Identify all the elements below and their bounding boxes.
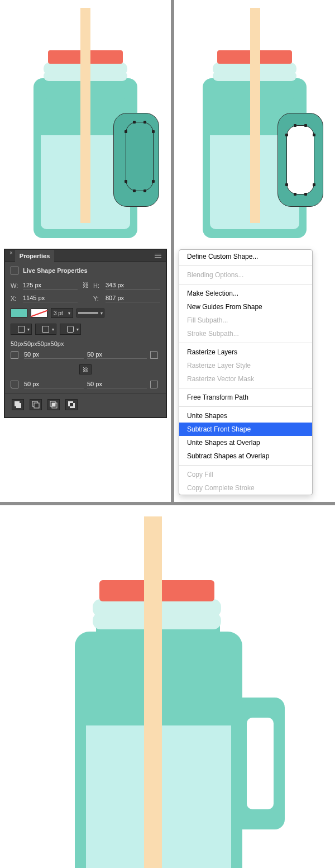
panel-tabbar: × Properties <box>5 250 166 262</box>
menu-item[interactable]: Free Transform Path <box>179 391 312 404</box>
menu-item: Fill Subpath... <box>179 314 312 327</box>
y-input[interactable] <box>106 294 160 302</box>
corner-bl-icon <box>11 381 18 388</box>
corner-tr-icon <box>150 351 158 359</box>
anchor-point[interactable] <box>125 130 127 133</box>
context-menu: Define Custom Shape...Blending Options..… <box>179 249 313 495</box>
x-label: X: <box>11 295 20 302</box>
straw <box>144 516 162 868</box>
anchor-point[interactable] <box>143 121 146 124</box>
stroke-corners-dropdown[interactable]: ▾ <box>60 324 81 335</box>
menu-item: Rasterize Vector Mask <box>179 372 312 386</box>
corner-tl-icon <box>11 351 18 359</box>
jar-illustration-right <box>179 7 331 241</box>
anchor-point[interactable] <box>304 193 307 196</box>
menu-item[interactable]: Define Custom Shape... <box>179 250 312 263</box>
menu-item[interactable]: New Guides From Shape <box>179 300 312 314</box>
menu-item[interactable]: Rasterize Layers <box>179 345 312 359</box>
anchor-point[interactable] <box>294 193 296 196</box>
menu-item[interactable]: Subtract Shapes at Overlap <box>179 449 312 463</box>
fill-swatch[interactable] <box>11 309 27 317</box>
jar-illustration-result: UiBQ.CoM <box>0 505 335 868</box>
height-label: H: <box>93 282 102 289</box>
pathop-exclude-button[interactable] <box>65 399 78 410</box>
pathop-subtract-button[interactable] <box>30 399 42 410</box>
corner-tr-input[interactable] <box>87 350 147 359</box>
anchor-point[interactable] <box>152 180 155 183</box>
spacer <box>81 295 90 302</box>
menu-item: Copy Complete Stroke <box>179 481 312 495</box>
svg-rect-1 <box>16 403 21 408</box>
y-label: Y: <box>93 295 102 302</box>
anchor-point[interactable] <box>133 121 136 124</box>
chevron-down-icon: ▾ <box>68 311 70 316</box>
stroke-swatch[interactable] <box>31 309 47 317</box>
height-input[interactable] <box>106 281 160 290</box>
corner-br-input[interactable] <box>87 380 147 388</box>
anchor-point[interactable] <box>133 189 136 192</box>
menu-item: Rasterize Layer Style <box>179 359 312 372</box>
corner-br-icon <box>150 381 158 388</box>
anchor-point[interactable] <box>294 124 296 127</box>
menu-separator <box>179 265 312 266</box>
svg-rect-6 <box>52 403 55 406</box>
menu-item[interactable]: Unite Shapes at Overlap <box>179 436 312 449</box>
close-icon[interactable]: × <box>7 250 15 256</box>
anchor-point[interactable] <box>313 183 315 186</box>
menu-separator <box>179 406 312 407</box>
stroke-weight-dropdown[interactable]: 3 pt ▾ <box>51 308 73 318</box>
menu-item[interactable]: Make Selection... <box>179 287 312 300</box>
stroke-align-icon <box>18 326 25 333</box>
corner-bl-input[interactable] <box>24 380 84 388</box>
anchor-point[interactable] <box>304 124 307 127</box>
link-wh-icon[interactable]: ⛓ <box>81 282 90 290</box>
properties-tab[interactable]: Properties <box>15 250 54 262</box>
stroke-align-dropdown[interactable]: ▾ <box>11 324 32 335</box>
stroke-style-dropdown[interactable]: ▾ <box>76 309 104 317</box>
straw <box>80 8 90 223</box>
section-title-label: Live Shape Properties <box>23 267 88 274</box>
menu-separator <box>179 343 312 343</box>
menu-separator <box>179 465 312 466</box>
corner-radius-combined: 50px50px50px50px <box>5 337 166 349</box>
stroke-weight-value: 3 pt <box>54 310 63 316</box>
properties-panel: × Properties Live Shape Properties W: ⛓ … <box>4 249 166 418</box>
pathop-intersect-button[interactable] <box>47 399 60 410</box>
menu-separator <box>179 284 312 284</box>
straw <box>250 8 260 223</box>
jar-illustration-left <box>4 7 166 241</box>
anchor-point[interactable] <box>285 183 288 186</box>
svg-rect-3 <box>34 403 39 408</box>
menu-separator <box>179 388 312 388</box>
stroke-caps-icon <box>42 326 49 333</box>
width-label: W: <box>11 282 20 289</box>
handle-inner-cut <box>247 718 274 809</box>
menu-item[interactable]: Subtract Front Shape <box>179 423 312 436</box>
anchor-point[interactable] <box>313 134 315 136</box>
section-title: Live Shape Properties <box>5 262 166 279</box>
shape-icon <box>11 267 18 274</box>
pathop-unite-button[interactable] <box>12 399 24 410</box>
link-corners-icon[interactable]: ⛓ <box>79 364 92 374</box>
anchor-point[interactable] <box>125 180 127 183</box>
stroke-caps-dropdown[interactable]: ▾ <box>35 324 56 335</box>
menu-item: Copy Fill <box>179 468 312 481</box>
menu-item: Stroke Subpath... <box>179 327 312 340</box>
x-input[interactable] <box>23 294 78 302</box>
menu-item[interactable]: Unite Shapes <box>179 409 312 423</box>
width-input[interactable] <box>23 281 78 290</box>
anchor-point[interactable] <box>285 134 288 136</box>
anchor-point[interactable] <box>143 189 146 192</box>
stroke-corners-icon <box>67 326 74 333</box>
inner-rect-subtracted[interactable] <box>286 125 314 195</box>
inner-rect-path[interactable] <box>126 122 154 191</box>
corner-tl-input[interactable] <box>24 350 84 359</box>
svg-rect-9 <box>70 403 73 406</box>
menu-item: Blending Options... <box>179 268 312 282</box>
panel-menu-icon[interactable] <box>155 252 164 260</box>
anchor-point[interactable] <box>152 130 155 133</box>
